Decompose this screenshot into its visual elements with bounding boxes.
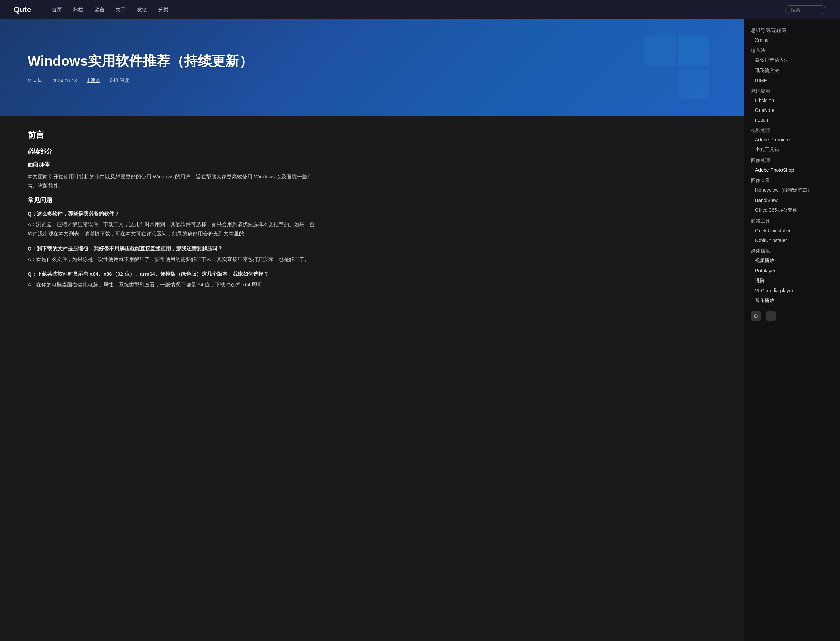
article-date: 2024-06-13 bbox=[52, 78, 77, 83]
sidebar-item-vlc[interactable]: VLC media player bbox=[744, 286, 840, 295]
nav-message[interactable]: 留言 bbox=[94, 6, 104, 13]
win-tile-4 bbox=[678, 69, 709, 100]
meta-sep-2: · bbox=[81, 78, 83, 83]
sidebar-item-honeyview[interactable]: Honeyview（蜂蜜浏览器） bbox=[744, 185, 840, 195]
sidebar-item-geek[interactable]: Geek Uninstaller bbox=[744, 226, 840, 235]
windows-logo-decoration bbox=[645, 35, 709, 100]
faq-a1: A：浏览器、压缩／解压缩软件、下载工具，这几个时常用到，其他软件可选择，如果会用… bbox=[27, 220, 316, 238]
faq-q1: Q：这么多软件，哪些是我必备的软件？ bbox=[27, 209, 316, 218]
article-title: Windows实用软件推荐（持续更新） bbox=[27, 52, 716, 71]
nav: 首页 归档 留言 关于 友链 分类 bbox=[51, 6, 785, 13]
sidebar-item-xunfei[interactable]: 讯飞输入法 bbox=[744, 65, 840, 76]
sidebar-item-iobit[interactable]: IObitUninstaler bbox=[744, 235, 840, 245]
win-tile-3 bbox=[645, 69, 676, 100]
header: Qute 首页 归档 留言 关于 友链 分类 bbox=[0, 0, 840, 19]
meta-sep-1: · bbox=[47, 78, 48, 83]
sidebar-category-mindmap: 思维导图/流程图 bbox=[744, 25, 840, 35]
faq-q3: Q：下载某些软件时显示有 x64、x86（32 位）、arm64、便携版（绿色版… bbox=[27, 269, 316, 279]
win-tile-1 bbox=[645, 35, 676, 66]
section-heading-preface: 前言 bbox=[27, 129, 316, 140]
settings-icon[interactable]: ⚙ bbox=[751, 311, 761, 321]
read-count: 643 阅读 bbox=[110, 77, 128, 84]
sidebar-category-ime: 输入法 bbox=[744, 45, 840, 55]
sidebar-item-advanced[interactable]: 进阶 bbox=[744, 275, 840, 286]
section-heading-faq: 常见问题 bbox=[27, 196, 316, 204]
sidebar-item-rime[interactable]: RIME bbox=[744, 76, 840, 85]
hero-banner: Windows实用软件推荐（持续更新） Misaka · 2024-06-13 … bbox=[0, 19, 744, 116]
article-meta: Misaka · 2024-06-13 · 4 评论 · 643 阅读 bbox=[27, 77, 716, 84]
sidebar-item-photoshop[interactable]: Adobe PhotoShop bbox=[744, 165, 840, 175]
faq-q2: Q：我下载的文件是压缩包，我好像不用解压就能直接直接使用，那我还需要解压吗？ bbox=[27, 244, 316, 253]
layout: Windows实用软件推荐（持续更新） Misaka · 2024-06-13 … bbox=[0, 19, 840, 641]
win-tile-2 bbox=[678, 35, 709, 66]
article-body: 前言 必读部分 面向群体 本文面向刚开始使用计算机的小白以及想要更好的使用 Wi… bbox=[0, 116, 344, 308]
nav-archive[interactable]: 归档 bbox=[73, 6, 83, 13]
sidebar-item-ms-ime[interactable]: 微软拼音输入法 bbox=[744, 55, 840, 65]
sidebar-bottom-icons: ⚙ → bbox=[744, 306, 840, 326]
sidebar-item-onenote[interactable]: OneNote bbox=[744, 105, 840, 115]
sidebar-item-music[interactable]: 音乐播放 bbox=[744, 295, 840, 306]
nav-category[interactable]: 分类 bbox=[158, 6, 169, 13]
sidebar-category-notes: 笔记应用 bbox=[744, 85, 840, 96]
sidebar-item-xmind[interactable]: Xmind bbox=[744, 35, 840, 45]
sidebar-item-video-play[interactable]: 视频播放 bbox=[744, 255, 840, 266]
sidebar-category-uninstall: 卸载工具 bbox=[744, 216, 840, 226]
sidebar-item-obsidian[interactable]: Obsidian bbox=[744, 96, 840, 105]
arrow-right-icon[interactable]: → bbox=[766, 311, 776, 321]
sidebar-item-xiaowan[interactable]: 小丸工具箱 bbox=[744, 145, 840, 155]
sidebar-category-image: 图像处理 bbox=[744, 155, 840, 165]
nav-links[interactable]: 友链 bbox=[137, 6, 147, 13]
sidebar-item-potplayer[interactable]: Potplayer bbox=[744, 266, 840, 275]
sidebar-item-bandiview[interactable]: BandiView bbox=[744, 195, 840, 205]
section-heading-required: 必读部分 bbox=[27, 147, 316, 156]
faq-a2: A：看是什么文件，如果你是一次性使用就不用解压了，要常使用的需要解压下来，其实直… bbox=[27, 254, 316, 264]
nav-about[interactable]: 关于 bbox=[116, 6, 126, 13]
sidebar-item-premiere[interactable]: Adobe Premiere bbox=[744, 135, 840, 145]
main-content: Windows实用软件推荐（持续更新） Misaka · 2024-06-13 … bbox=[0, 19, 744, 641]
sidebar-item-notion[interactable]: notion bbox=[744, 115, 840, 125]
sidebar: 思维导图/流程图 Xmind 输入法 微软拼音输入法 讯飞输入法 RIME 笔记… bbox=[744, 19, 840, 641]
sidebar-category-imageview: 图像查看 bbox=[744, 175, 840, 185]
sidebar-category-video: 视频处理 bbox=[744, 125, 840, 135]
comments-link[interactable]: 4 评论 bbox=[87, 77, 100, 84]
sidebar-category-media: 媒体播放 bbox=[744, 245, 840, 255]
faq-a3: A：在你的电脑桌面右键此电脑，属性，系统类型列查看，一般情况下都是 64 位，下… bbox=[27, 280, 316, 289]
search-input[interactable] bbox=[785, 5, 826, 14]
nav-home[interactable]: 首页 bbox=[51, 6, 62, 13]
section-heading-audience: 面向群体 bbox=[27, 161, 316, 168]
sidebar-item-office365[interactable]: Office 365 办公套件 bbox=[744, 205, 840, 216]
audience-text: 本文面向刚开始使用计算机的小白以及想要更好的使用 Windows 的用户，旨在帮… bbox=[27, 172, 316, 190]
author-link[interactable]: Misaka bbox=[27, 78, 43, 83]
meta-sep-3: · bbox=[104, 78, 106, 83]
logo[interactable]: Qute bbox=[14, 5, 31, 14]
